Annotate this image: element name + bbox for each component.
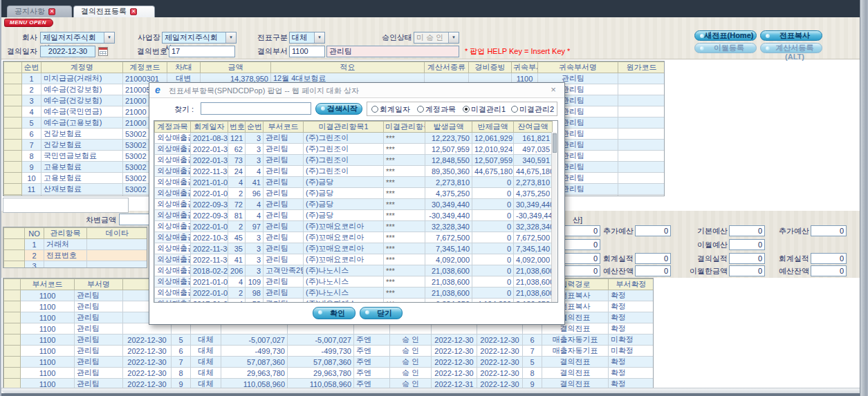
cell[interactable]: 3	[246, 254, 264, 265]
cell[interactable]	[618, 173, 665, 184]
cell[interactable]: 7,672,500	[425, 232, 472, 243]
cell[interactable]: 관리팀	[264, 144, 304, 155]
cell[interactable]: ***	[384, 243, 425, 254]
cell[interactable]: 11	[22, 184, 41, 195]
cell[interactable]: (주)그린조이	[304, 133, 384, 144]
cell[interactable]: 12,848,550	[425, 155, 472, 166]
cell[interactable]: 확정	[609, 290, 654, 301]
table-row[interactable]: 외상매출금2021-01-00441관리팀(주)금당***2,273,81002…	[155, 177, 553, 188]
cell[interactable]: 주엔	[354, 334, 390, 346]
cell[interactable]: 12,507,959	[425, 144, 472, 155]
cell[interactable]: 21,038,600	[514, 276, 553, 287]
cell[interactable]: ***	[384, 254, 425, 265]
cell[interactable]	[4, 250, 25, 261]
resolution-date-input[interactable]: 2022-12-30	[40, 46, 95, 57]
cell[interactable]: 외상매출금	[155, 144, 191, 155]
cell[interactable]: 2021-01-00	[191, 276, 228, 287]
cell[interactable]: (주)금당	[304, 177, 384, 188]
budget-field[interactable]: 0	[635, 265, 671, 276]
cell[interactable]: 1100	[21, 346, 75, 357]
cell[interactable]: 대체	[191, 357, 221, 368]
cell[interactable]: 대체	[191, 368, 221, 379]
cell[interactable]	[4, 357, 21, 368]
cell[interactable]: 주엔	[354, 368, 390, 379]
cell[interactable]	[4, 261, 25, 269]
cell[interactable]: 81	[228, 210, 246, 221]
cell[interactable]: ***	[384, 232, 425, 243]
cell[interactable]: 5	[523, 357, 542, 368]
cell[interactable]: ***	[384, 188, 425, 199]
cell[interactable]: -5,007,027	[221, 334, 288, 346]
cell[interactable]: 2022-09-30	[191, 210, 228, 221]
cell[interactable]: (주)꼬매요코리아	[304, 221, 384, 232]
cell[interactable]: 2022-10-31	[191, 232, 228, 243]
cell[interactable]: 대체	[191, 334, 221, 346]
dept-code-input[interactable]: 1100	[289, 46, 325, 57]
cell[interactable]: 3	[246, 265, 264, 276]
calendar-icon[interactable]	[98, 47, 108, 56]
cell[interactable]: 57,087,360	[288, 357, 354, 368]
cell[interactable]: 관리팀	[75, 357, 123, 368]
radio-acct-date[interactable]: 회계일자	[371, 104, 410, 114]
cell[interactable]: 4,194,300	[472, 299, 514, 303]
cell[interactable]: 외상매출금	[155, 254, 191, 265]
cell[interactable]: 2022-01-31	[191, 155, 228, 166]
cell[interactable]: 2022-11-30	[191, 254, 228, 265]
cell[interactable]	[87, 250, 148, 261]
cell[interactable]: 98	[246, 287, 264, 299]
cell[interactable]: 2022-12-30	[477, 357, 523, 368]
company-select[interactable]: 제일저지주식회사▼	[40, 32, 115, 44]
cell[interactable]: 관리팀	[264, 188, 304, 199]
cell[interactable]: ***	[384, 287, 425, 299]
cell[interactable]: (주)나노시스	[304, 276, 384, 287]
cell[interactable]: 외상매출금	[155, 166, 191, 177]
cell[interactable]: 21,038,600	[425, 287, 472, 299]
budget-field[interactable]: 0	[811, 253, 847, 264]
confirm-button[interactable]: 확인	[313, 307, 355, 319]
resolution-no-input[interactable]: 17	[169, 46, 235, 57]
cell[interactable]: 45	[228, 232, 246, 243]
cell[interactable]: 예수금(건강보험)	[41, 95, 123, 106]
cell[interactable]: 0	[472, 265, 514, 276]
cell[interactable]: (주)꼬매요코리아	[304, 243, 384, 254]
cell[interactable]: 산재보험료	[41, 184, 123, 195]
budget-field[interactable]: 0	[635, 253, 671, 264]
cell[interactable]: (주)꼬매요코리아	[304, 254, 384, 265]
cell[interactable]: 10	[22, 173, 41, 184]
cell[interactable]: 12,061,929	[472, 133, 514, 144]
cell[interactable]: 외상매출금	[155, 155, 191, 166]
cell[interactable]: 30,349,440	[514, 199, 553, 210]
cell[interactable]: 예수금(건강보험)	[41, 84, 123, 95]
cell[interactable]: (주)그린조이	[304, 155, 384, 166]
cell[interactable]: 1100	[21, 290, 75, 301]
cell[interactable]	[618, 84, 665, 95]
cell[interactable]: 2022-12-30	[432, 346, 477, 357]
cell[interactable]: 2022-12-30	[432, 334, 477, 346]
cell[interactable]	[4, 334, 21, 346]
close-button[interactable]: 닫기	[360, 307, 403, 319]
slip-type-select[interactable]: 대체▼	[289, 32, 325, 44]
radio-open-item1[interactable]: 미결관리1	[463, 104, 506, 114]
cell[interactable]	[4, 301, 21, 312]
cell[interactable]	[87, 261, 148, 269]
cell[interactable]: 21,038,600	[514, 287, 553, 299]
table-row[interactable]: 외상매출금2022-11-30413관리팀(주)꼬매요코리아***4,092,0…	[155, 254, 553, 265]
cell[interactable]: 0	[472, 232, 514, 243]
cell[interactable]: 3	[25, 261, 44, 269]
cell[interactable]	[618, 129, 665, 140]
cell[interactable]: 89,350,360	[425, 166, 472, 177]
cell[interactable]: 외상매출금	[155, 188, 191, 199]
cell[interactable]: 5	[172, 334, 191, 346]
cell[interactable]: 2,273,810	[514, 177, 553, 188]
cell[interactable]: 0	[472, 276, 514, 287]
cell[interactable]	[4, 129, 22, 140]
cell[interactable]: 승 인	[390, 357, 432, 368]
budget-field[interactable]: 0	[811, 265, 847, 276]
cell[interactable]: 24	[228, 166, 246, 177]
tab-close-icon[interactable]: ✕	[48, 8, 55, 15]
cell[interactable]: ***	[384, 276, 425, 287]
new-slip-button[interactable]: 새전표(Home)	[694, 30, 757, 41]
cell[interactable]: 0	[472, 243, 514, 254]
cell[interactable]: 12,223,750	[425, 133, 472, 144]
cell[interactable]: 확정	[609, 301, 654, 312]
